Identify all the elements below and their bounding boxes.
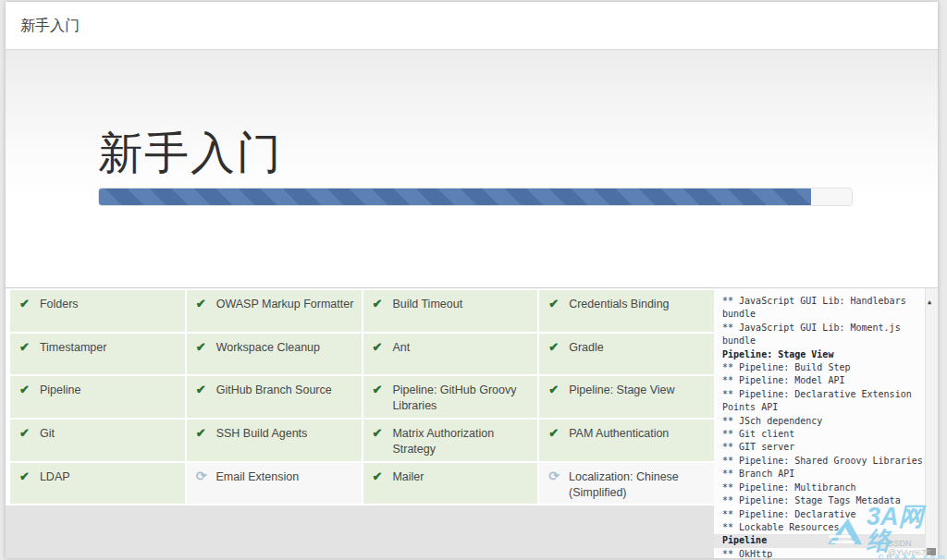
plugin-label: Matrix Authorization Strategy [392, 426, 532, 458]
plugin-cell-localization-chinese-simplified: ✔ ⟳ Localization: Chinese (Simplified) [539, 463, 714, 504]
plugin-label: GitHub Branch Source [216, 383, 332, 398]
plugin-label: Pipeline: Stage View [569, 383, 674, 398]
spinner-icon: ⟳ [196, 469, 207, 483]
log-line: ** Branch API [722, 468, 923, 481]
plugin-label: Folders [40, 297, 79, 312]
log-line: ** JSch dependency [722, 415, 923, 428]
plugin-cell-owasp-markup-formatter: ✔ ⟳ OWASP Markup Formatter [187, 290, 362, 332]
check-icon: ✔ [19, 297, 30, 311]
check-icon: ✔ [373, 426, 383, 441]
log-line: Pipeline: Stage View [722, 348, 923, 361]
watermark-credit: CSDN @YiAn%7E [888, 539, 947, 557]
plugin-label: Pipeline: GitHub Groovy Libraries [392, 383, 532, 415]
plugin-cell-git: ✔ ⟳ Git [10, 420, 185, 461]
check-icon: ✔ [548, 340, 559, 355]
check-icon: ✔ [196, 340, 206, 355]
plugin-cell-matrix-authorization-strategy: ✔ ⟳ Matrix Authorization Strategy [363, 420, 538, 461]
plugin-cell-credentials-binding: ✔ ⟳ Credentials Binding [539, 290, 714, 332]
hero-title: 新手入门 [98, 124, 283, 183]
plugin-cell-pipeline: ✔ ⟳ Pipeline [10, 376, 185, 418]
plugin-cell-build-timeout: ✔ ⟳ Build Timeout [363, 290, 538, 332]
check-icon: ✔ [19, 469, 30, 484]
plugin-label: Credentials Binding [569, 297, 669, 312]
install-log-panel[interactable]: ** JavaScript GUI Lib: Handlebars bundle… [714, 287, 938, 558]
plugin-cell-pipeline-github-groovy-libraries: ✔ ⟳ Pipeline: GitHub Groovy Libraries [363, 376, 538, 418]
install-progress-fill [99, 189, 811, 205]
check-icon: ✔ [373, 340, 383, 355]
log-line: ** Pipeline: Declarative [722, 508, 923, 521]
check-icon: ✔ [548, 426, 559, 441]
check-icon: ✔ [196, 297, 206, 311]
log-line: ** Pipeline: Shared Groovy Libraries [722, 455, 923, 468]
plugin-cell-workspace-cleanup: ✔ ⟳ Workspace Cleanup [187, 334, 362, 374]
plugin-cell-folders: ✔ ⟳ Folders [10, 290, 185, 332]
plugin-label: Workspace Cleanup [216, 340, 320, 356]
log-line: ** GIT server [722, 441, 923, 454]
page-title: 新手入门 [6, 2, 80, 49]
plugin-label: Build Timeout [392, 297, 462, 312]
log-line: ** Pipeline: Declarative Extension Point… [722, 388, 923, 415]
log-line: ** Lockable Resources [722, 521, 923, 534]
plugin-label: Timestamper [40, 340, 106, 356]
log-line: ** Pipeline: Stage Tags Metadata [722, 494, 923, 507]
log-line: ** Pipeline: Model API [722, 374, 923, 387]
log-line: ** JavaScript GUI Lib: Handlebars bundle [722, 295, 923, 322]
plugin-cell-pam-authentication: ✔ ⟳ PAM Authentication [539, 420, 714, 461]
plugin-label: Email Extension [215, 469, 299, 485]
plugin-cell-ant: ✔ ⟳ Ant [363, 334, 538, 374]
plugin-label: LDAP [40, 469, 70, 485]
plugin-label: Pipeline [40, 383, 80, 398]
plugin-grid: ✔ ⟳ Folders ✔ ⟳ OWASP Markup Formatter ✔… [6, 288, 714, 505]
plugin-cell-mailer: ✔ ⟳ Mailer [363, 463, 538, 504]
spinner-icon: ⟳ [548, 469, 560, 483]
plugin-cell-timestamper: ✔ ⟳ Timestamper [10, 334, 185, 374]
log-line: ** Pipeline: Build Step [722, 361, 923, 374]
plugin-label: Ant [392, 340, 410, 356]
check-icon: ✔ [373, 297, 383, 311]
plugin-cell-ssh-build-agents: ✔ ⟳ SSH Build Agents [187, 420, 362, 461]
plugin-label: OWASP Markup Formatter [216, 297, 354, 312]
plugin-cell-github-branch-source: ✔ ⟳ GitHub Branch Source [187, 376, 362, 418]
check-icon: ✔ [548, 297, 559, 311]
log-line: ** Pipeline: Multibranch [722, 481, 923, 494]
plugin-label: SSH Build Agents [216, 426, 308, 442]
check-icon: ✔ [19, 383, 30, 397]
install-progress-bar [98, 188, 853, 206]
log-scrollbar[interactable]: ▲ [925, 288, 938, 558]
content-area: ✔ ⟳ Folders ✔ ⟳ OWASP Markup Formatter ✔… [6, 287, 938, 558]
plugin-label: Gradle [569, 340, 604, 356]
check-icon: ✔ [373, 469, 383, 484]
plugin-label: Localization: Chinese (Simplified) [569, 469, 708, 502]
check-icon: ✔ [196, 383, 206, 397]
plugin-cell-ldap: ✔ ⟳ LDAP [10, 463, 185, 504]
check-icon: ✔ [19, 426, 30, 441]
plugin-cell-gradle: ✔ ⟳ Gradle [539, 334, 714, 374]
top-bar: 新手入门 [6, 2, 938, 50]
check-icon: ✔ [548, 383, 559, 397]
log-line: ** Git client [722, 428, 923, 441]
log-line: ** JavaScript GUI Lib: Moment.js bundle [722, 322, 923, 348]
plugin-cell-email-extension: ✔ ⟳ Email Extension [187, 463, 362, 504]
hero-section: 新手入门 [6, 50, 938, 287]
check-icon: ✔ [19, 340, 30, 355]
check-icon: ✔ [196, 426, 206, 441]
plugin-label: Mailer [392, 469, 424, 485]
plugin-label: Git [40, 426, 55, 442]
plugin-cell-pipeline-stage-view: ✔ ⟳ Pipeline: Stage View [539, 376, 714, 418]
check-icon: ✔ [373, 383, 383, 397]
scroll-up-icon[interactable]: ▲ [928, 296, 931, 309]
setup-wizard-window: 新手入门 新手入门 ✔ ⟳ Folders ✔ ⟳ OWASP Markup F… [6, 2, 938, 558]
plugin-table-area: ✔ ⟳ Folders ✔ ⟳ OWASP Markup Formatter ✔… [6, 287, 714, 558]
plugin-label: PAM Authentication [569, 426, 669, 442]
